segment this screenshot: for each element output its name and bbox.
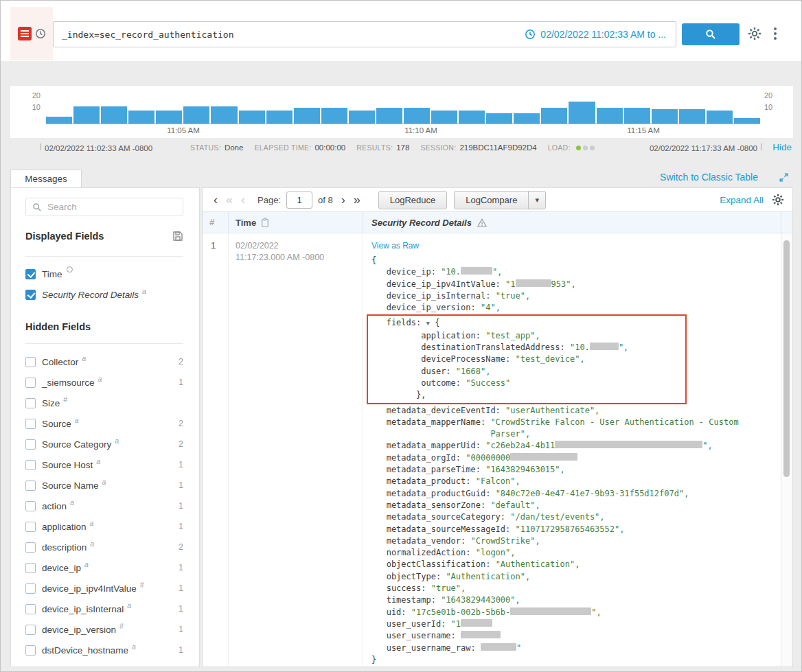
scrollbar-thumb[interactable]: [783, 240, 790, 477]
view-as-raw-link[interactable]: View as Raw: [371, 241, 419, 251]
time-range-selector[interactable]: 02/02/2022 11:02:33 AM to ...: [525, 29, 676, 40]
field-checkbox[interactable]: [25, 583, 36, 594]
field-checkbox[interactable]: [25, 439, 36, 450]
histogram-bar[interactable]: [486, 113, 512, 124]
scrollbar-track[interactable]: [781, 233, 792, 667]
logreduce-button[interactable]: LogReduce: [378, 191, 448, 209]
logcompare-button[interactable]: LogCompare: [454, 191, 529, 209]
histogram-panel: 20 10 20 10 11:05 AM 11:10 AM 11:15 AM: [10, 86, 793, 138]
clipboard-icon[interactable]: [261, 218, 269, 227]
histogram-bar[interactable]: [652, 109, 678, 124]
column-header-number[interactable]: #: [203, 212, 229, 233]
tab-messages[interactable]: Messages: [10, 170, 82, 187]
histogram-bar[interactable]: [569, 102, 595, 124]
histogram-bar[interactable]: [211, 106, 237, 124]
histogram-bar[interactable]: [679, 109, 705, 124]
field-row-device-ip[interactable]: device_ipa1: [25, 557, 183, 578]
field-label: application: [42, 522, 87, 532]
field-label: Source Name: [42, 480, 99, 491]
field-row-security-record-details[interactable]: Security Record Detailsa: [25, 284, 183, 305]
field-row-dstdevice-hostname[interactable]: dstDevice_hostnamea1: [25, 640, 183, 660]
json-line: {: [371, 255, 781, 266]
histogram-bar[interactable]: [73, 106, 100, 124]
histogram-bar[interactable]: [183, 106, 209, 124]
histogram-bar[interactable]: [349, 111, 375, 124]
field-checkbox[interactable]: [25, 480, 36, 491]
field-row-time[interactable]: Time: [25, 264, 183, 284]
json-key: metadata_mapperUid:: [371, 441, 485, 450]
save-icon[interactable]: [172, 231, 183, 242]
histogram-bar[interactable]: [376, 108, 402, 124]
field-checkbox[interactable]: [25, 522, 36, 532]
search-query-input[interactable]: [54, 30, 525, 40]
histogram-bar[interactable]: [459, 111, 485, 124]
field-checkbox[interactable]: [25, 290, 36, 300]
field-checkbox[interactable]: [25, 604, 36, 614]
column-header-details[interactable]: Security Record Details: [363, 212, 781, 233]
fullscreen-expand-icon[interactable]: [779, 172, 789, 183]
histogram-bar[interactable]: [541, 108, 567, 124]
histogram-bar[interactable]: [266, 111, 293, 124]
histogram-bar[interactable]: [597, 108, 623, 124]
field-row-device-ip-version[interactable]: device_ip_version#1: [25, 619, 183, 640]
field-row-collector[interactable]: Collectora2: [25, 351, 183, 372]
histogram-bar[interactable]: [734, 118, 760, 124]
field-checkbox[interactable]: [25, 501, 36, 511]
histogram-bar[interactable]: [321, 108, 347, 124]
next-page-button[interactable]: ›: [337, 194, 350, 206]
json-line: device_ip_isInternal: "true",: [371, 290, 781, 302]
field-search-input[interactable]: [47, 202, 183, 212]
histogram-bar[interactable]: [239, 111, 265, 124]
switch-to-classic-table-link[interactable]: Switch to Classic Table: [660, 172, 758, 183]
histogram-bar[interactable]: [156, 111, 182, 124]
field-row-action[interactable]: actiona1: [25, 496, 183, 516]
histogram-bar[interactable]: [101, 106, 127, 124]
search-button[interactable]: [682, 23, 740, 45]
last-page-button[interactable]: »: [350, 194, 365, 206]
field-checkbox[interactable]: [25, 563, 36, 573]
details-column-label: Security Record Details: [371, 218, 472, 228]
field-row-source-name[interactable]: Source Namea1: [25, 475, 183, 496]
column-header-time[interactable]: Time: [229, 212, 363, 233]
histogram-bar[interactable]: [431, 111, 457, 124]
collapse-chevron-button[interactable]: ‹: [209, 194, 222, 206]
field-checkbox[interactable]: [25, 645, 36, 656]
field-checkbox[interactable]: [25, 357, 36, 367]
page-number-input[interactable]: [286, 192, 312, 209]
hide-histogram-link[interactable]: Hide: [772, 142, 792, 152]
field-row-source-category[interactable]: Source Categorya2: [25, 434, 183, 454]
logcompare-dropdown-button[interactable]: ▾: [528, 191, 546, 209]
histogram-bar[interactable]: [404, 108, 430, 124]
expand-all-link[interactable]: Expand All: [720, 195, 764, 205]
field-row-description[interactable]: descriptiona2: [25, 537, 183, 557]
histogram-bar[interactable]: [46, 117, 72, 124]
histogram-bar[interactable]: [514, 113, 540, 124]
histogram-bar[interactable]: [707, 111, 733, 124]
field-row-source[interactable]: Sourcea2: [25, 413, 183, 434]
histogram-bar[interactable]: [294, 108, 320, 124]
redacted-value: [516, 279, 551, 287]
prev-page-button[interactable]: ‹: [237, 194, 249, 206]
field-checkbox[interactable]: [25, 269, 36, 279]
field-row-application[interactable]: applicationa1: [25, 516, 183, 537]
field-checkbox[interactable]: [25, 378, 36, 388]
first-page-button[interactable]: «: [222, 194, 237, 206]
field-search-box[interactable]: [25, 198, 183, 216]
field-row-device-ip-ipv4intvalue[interactable]: device_ip_ipv4IntValue#1: [25, 578, 183, 599]
json-value: "userAuthenticate",: [505, 406, 599, 415]
field-checkbox[interactable]: [25, 542, 36, 553]
field-checkbox[interactable]: [25, 625, 36, 635]
field-checkbox[interactable]: [25, 398, 36, 408]
field-row-size[interactable]: Size#: [25, 393, 183, 413]
field-checkbox[interactable]: [25, 460, 36, 470]
histogram-bar[interactable]: [624, 108, 650, 124]
kebab-menu-icon[interactable]: [774, 27, 777, 40]
field-checkbox[interactable]: [25, 419, 36, 429]
settings-gear-icon[interactable]: [748, 27, 761, 40]
field-row-source-host[interactable]: Source Hosta1: [25, 454, 183, 475]
field-row--siemsource[interactable]: _siemsourcea1: [25, 372, 183, 393]
field-row-device-ip-isinternal[interactable]: device_ip_isInternala1: [25, 599, 183, 619]
display-settings-gear-icon[interactable]: [772, 194, 784, 206]
histogram-bar[interactable]: [128, 111, 154, 124]
field-count: 1: [179, 480, 183, 490]
